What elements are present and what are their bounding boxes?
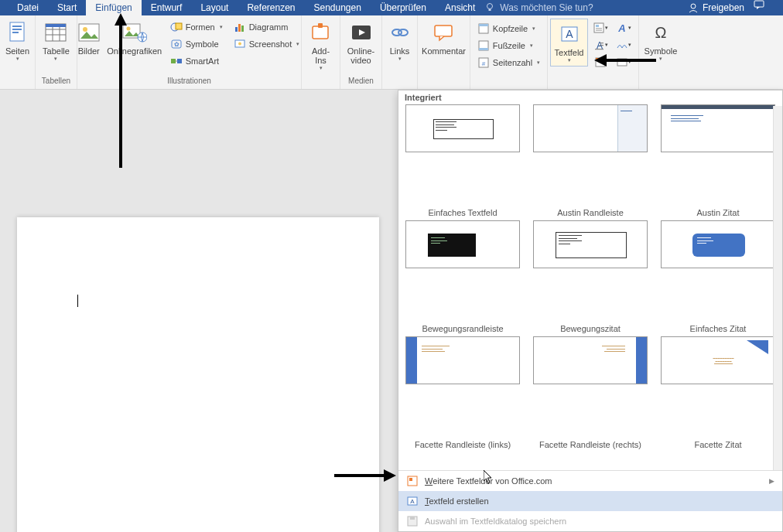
tab-sendungen[interactable]: Sendungen	[305, 0, 371, 15]
object-icon	[616, 56, 628, 68]
smartart-button[interactable]: SmartArt	[168, 53, 225, 70]
svg-rect-13	[46, 24, 66, 27]
gallery-item[interactable]: ▬▬▬▬▬▬▬▬▬▬▬▬▬▬▬▬▬▬▬▬▬▬▬▬▬▬▬▬▬▬▬	[405, 104, 521, 152]
symbole-button[interactable]: ✿ Symbole	[168, 36, 225, 53]
gallery-item-caption: Bewegungszitat	[560, 324, 621, 335]
tab-ansicht[interactable]: Ansicht	[436, 0, 484, 15]
wordart-button[interactable]: A▾	[613, 20, 634, 36]
icons-icon: ✿	[170, 38, 183, 50]
draw-textbox-button[interactable]: A Textfeld erstellen	[398, 491, 782, 511]
more-from-office-button[interactable]: Weitere Textfelder von Office.com ▶	[398, 471, 782, 491]
screenshot-button[interactable]: Screenshot▾	[231, 36, 303, 53]
svg-point-17	[126, 27, 130, 31]
chevron-down-icon: ▾	[16, 56, 19, 62]
screenshot-icon	[234, 38, 246, 50]
tab-entwurf[interactable]: Entwurf	[142, 0, 192, 15]
group-label-tabellen: Tabellen	[42, 77, 70, 87]
tell-me-search[interactable]: Was möchten Sie tun?	[484, 2, 593, 13]
links-label: Links	[390, 46, 410, 56]
svg-rect-5	[12, 26, 22, 27]
svg-rect-25	[235, 27, 238, 32]
dropcap-button[interactable]: A▾	[590, 37, 611, 53]
gallery-item[interactable]: ▬▬▬▬▬▬▬▬▬▬▬▬▬▬▬▬▬▬▬▬▬▬▬▬▬▬▬▬▬▬▬▬▬▬▬▬▬▬▬	[660, 104, 776, 152]
seitenzahl-button[interactable]: # Seitenzahl▾	[475, 54, 542, 71]
tabelle-button[interactable]: Tabelle ▾	[39, 19, 73, 63]
share-button[interactable]: Freigeben	[688, 2, 744, 13]
tab-start[interactable]: Start	[48, 0, 86, 15]
header-icon	[477, 22, 490, 35]
svg-rect-20	[176, 23, 182, 29]
formen-button[interactable]: Formen▾	[168, 19, 225, 36]
symbole2-button[interactable]: Ω Symbole ▾	[641, 19, 681, 63]
kopfzeile-button[interactable]: Kopfzeile▾	[475, 20, 542, 37]
document-page[interactable]	[17, 217, 379, 532]
gallery-item-caption: Facette Randleiste (rechts)	[539, 440, 641, 451]
svg-rect-24	[177, 59, 182, 63]
video-icon	[349, 20, 374, 45]
save-to-gallery-button: Auswahl im Textfeldkatalog speichern	[398, 511, 782, 531]
comments-icon[interactable]	[744, 0, 775, 15]
svg-rect-47	[596, 28, 602, 29]
tab-referenzen[interactable]: Referenzen	[238, 0, 304, 15]
tab-datei[interactable]: Datei	[8, 0, 48, 15]
svg-point-2	[691, 4, 696, 9]
onlinevideo-label: Online-video	[347, 46, 375, 65]
onlinegrafiken-button[interactable]: Onlinegrafiken	[104, 19, 165, 57]
diagramm-label: Diagramm	[249, 22, 289, 32]
diagramm-button[interactable]: Diagramm	[231, 19, 303, 36]
page-icon	[5, 20, 30, 45]
gallery-item-bewegungsrandleiste[interactable]: ▬▬▬▬▬▬▬▬▬▬▬▬▬▬▬▬▬▬▬▬▬▬▬▬▬▬▬▬▬▬▬	[405, 336, 521, 384]
gallery-item-einfaches-textfeld[interactable]: ▬▬▬▬▬▬▬▬▬▬▬▬▬▬▬▬▬	[405, 220, 521, 268]
links-button[interactable]: Links ▾	[385, 19, 415, 63]
addins-button[interactable]: Add-Ins ▾	[305, 19, 337, 73]
gallery-item-austin-randleiste[interactable]: ▬▬▬▬▬▬▬▬▬▬▬▬▬▬▬▬▬▬▬▬▬▬▬▬▬▬▬▬▬▬▬▬▬	[532, 220, 648, 268]
svg-text:✿: ✿	[173, 41, 179, 48]
svg-rect-56	[617, 59, 627, 66]
addins-icon	[309, 20, 333, 45]
svg-rect-30	[313, 26, 328, 39]
datetime-button[interactable]	[590, 54, 611, 70]
office-icon	[406, 475, 419, 487]
gallery-item-austin-zitat[interactable]: ▬▬▬▬▬▬▬▬▬▬▬▬▬▬▬▬▬	[660, 220, 776, 268]
svg-rect-23	[171, 59, 176, 63]
object-button[interactable]: ▾	[613, 54, 634, 70]
tab-einfuegen[interactable]: Einfügen	[86, 0, 141, 15]
svg-rect-40	[479, 48, 488, 50]
smartart-label: SmartArt	[186, 56, 219, 66]
kommentar-label: Kommentar	[422, 46, 466, 56]
signature-button[interactable]: ▾	[613, 37, 634, 53]
ribbon-tabs: Datei Start Einfügen Entwurf Layout Refe…	[0, 0, 783, 15]
textfeld-label: Textfeld	[555, 48, 584, 57]
tab-layout[interactable]: Layout	[191, 0, 238, 15]
save-label: Auswahl im Textfeldkatalog speichern	[425, 517, 566, 526]
textfeld-gallery: Integriert ▬▬▬▬▬▬▬▬▬▬▬▬▬▬▬▬▬▬▬▬▬▬▬▬▬▬▬▬▬…	[398, 90, 783, 532]
comment-icon	[432, 20, 456, 45]
lightbulb-icon	[484, 2, 495, 13]
symbole-label: Symbole	[186, 39, 219, 49]
textfeld-button[interactable]: A Textfeld ▾	[550, 19, 589, 66]
gallery-scrollbar[interactable]	[773, 106, 782, 470]
bilder-button[interactable]: Bilder	[74, 19, 104, 57]
seiten-button[interactable]: Seiten ▾	[2, 19, 33, 63]
draw-textbox-label: Textfeld erstellen	[425, 496, 489, 506]
svg-rect-55	[596, 58, 605, 60]
link-icon	[388, 20, 412, 45]
gallery-item[interactable]: ▬▬▬▬▬	[532, 104, 648, 152]
kommentar-button[interactable]: Kommentar	[419, 19, 469, 57]
gallery-item-caption: Einfaches Textfeld	[428, 208, 497, 219]
svg-rect-3	[754, 1, 764, 7]
gallery-item-caption: Austin Randleiste	[557, 208, 624, 219]
addins-label: Add-Ins	[308, 46, 333, 65]
formen-label: Formen	[186, 22, 215, 32]
fusszeile-button[interactable]: Fußzeile▾	[475, 37, 542, 54]
gallery-section-header: Integriert	[398, 90, 782, 104]
chevron-down-icon: ▾	[398, 56, 402, 62]
gallery-item-bewegungszitat[interactable]: ▬▬▬▬▬▬▬▬▬▬▬▬▬▬▬▬▬▬▬▬▬▬▬▬▬▬▬	[532, 336, 648, 384]
gallery-item-einfaches-zitat[interactable]: ▬▬▬▬▬▬▬▬▬▬▬▬▬▬▬▬▬▬▬▬▬▬▬▬	[660, 336, 776, 384]
tab-ueberpruefen[interactable]: Überprüfen	[371, 0, 436, 15]
quickparts-button[interactable]: ▾	[590, 20, 611, 36]
shapes-icon	[170, 21, 183, 33]
onlinevideo-button[interactable]: Online-video	[344, 19, 378, 66]
signature-icon	[616, 39, 628, 51]
svg-rect-63	[410, 517, 415, 520]
